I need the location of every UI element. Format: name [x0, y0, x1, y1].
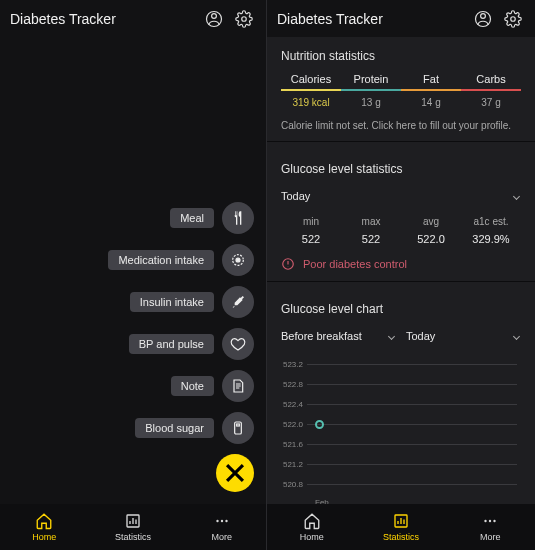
- glucose-chart: 523.2 522.8 522.4 522.0 521.6 521.2 520.…: [281, 354, 521, 504]
- y-tick: 523.2: [281, 360, 307, 369]
- tab-protein[interactable]: Protein 13 g: [341, 73, 401, 108]
- chart-icon: [392, 512, 410, 530]
- y-tick: 522.4: [281, 400, 307, 409]
- nav-label: Statistics: [383, 532, 419, 542]
- tab-carbs[interactable]: Carbs 37 g: [461, 73, 521, 108]
- statistics-body: Nutrition statistics Calories 319 kcal P…: [267, 37, 535, 504]
- fab-label: BP and pulse: [129, 334, 214, 354]
- stat-avg: avg 522.0: [401, 216, 461, 245]
- gridline: [307, 424, 517, 425]
- profile-icon[interactable]: [471, 7, 495, 31]
- dropper-icon: [222, 286, 254, 318]
- tab-calories[interactable]: Calories 319 kcal: [281, 73, 341, 108]
- header: Diabetes Tracker: [0, 0, 266, 37]
- fab-label: Medication intake: [108, 250, 214, 270]
- diabetes-warning: Poor diabetes control: [281, 257, 521, 271]
- fab-medication[interactable]: Medication intake: [108, 244, 254, 276]
- note-icon: [222, 370, 254, 402]
- fab-close-button[interactable]: [216, 454, 254, 492]
- nav-more[interactable]: More: [446, 504, 535, 550]
- nav-home[interactable]: Home: [267, 504, 356, 550]
- calorie-limit-notice[interactable]: Calorie limit not set. Click here to fil…: [281, 120, 521, 131]
- alert-icon: [281, 257, 295, 271]
- svg-point-16: [485, 520, 487, 522]
- tab-label: Calories: [281, 73, 341, 89]
- svg-point-10: [225, 520, 227, 522]
- dropdown-value: Today: [406, 330, 435, 342]
- chevron-down-icon: [513, 332, 520, 339]
- dropdown-value: Before breakfast: [281, 330, 362, 342]
- more-icon: [213, 512, 231, 530]
- quick-add-menu: Meal Medication intake Insulin intake BP…: [108, 202, 254, 492]
- y-tick: 520.8: [281, 480, 307, 489]
- close-icon: [216, 454, 254, 492]
- nav-label: More: [480, 532, 501, 542]
- home-body: Meal Medication intake Insulin intake BP…: [0, 37, 266, 504]
- fab-label: Blood sugar: [135, 418, 214, 438]
- stat-value: 522: [341, 233, 401, 245]
- fab-insulin[interactable]: Insulin intake: [130, 286, 254, 318]
- tab-label: Fat: [401, 73, 461, 89]
- svg-rect-6: [237, 424, 240, 426]
- fab-meal[interactable]: Meal: [170, 202, 254, 234]
- nav-statistics[interactable]: Statistics: [356, 504, 445, 550]
- y-tick: 522.0: [281, 420, 307, 429]
- svg-point-11: [481, 13, 486, 18]
- tab-fat[interactable]: Fat 14 g: [401, 73, 461, 108]
- nav-label: Statistics: [115, 532, 151, 542]
- gridline: [307, 384, 517, 385]
- data-point: [315, 420, 324, 429]
- bottom-nav: Home Statistics More: [267, 504, 535, 550]
- home-icon: [35, 512, 53, 530]
- nav-statistics[interactable]: Statistics: [89, 504, 178, 550]
- meal-filter-dropdown[interactable]: Before breakfast: [281, 326, 396, 346]
- profile-icon[interactable]: [202, 7, 226, 31]
- fab-note[interactable]: Note: [171, 370, 254, 402]
- tab-label: Carbs: [461, 73, 521, 89]
- period-filter-dropdown[interactable]: Today: [406, 326, 521, 346]
- period-dropdown[interactable]: Today: [281, 186, 521, 206]
- svg-point-13: [511, 16, 516, 21]
- stat-label: min: [281, 216, 341, 227]
- y-tick: 521.2: [281, 460, 307, 469]
- nav-more[interactable]: More: [177, 504, 266, 550]
- fab-bp-pulse[interactable]: BP and pulse: [129, 328, 254, 360]
- stat-min: min 522: [281, 216, 341, 245]
- y-tick: 522.8: [281, 380, 307, 389]
- dropdown-value: Today: [281, 190, 310, 202]
- stat-label: max: [341, 216, 401, 227]
- tab-value: 319 kcal: [281, 91, 341, 108]
- settings-icon[interactable]: [232, 7, 256, 31]
- header: Diabetes Tracker: [267, 0, 535, 37]
- glucose-stats-row: min 522 max 522 avg 522.0 a1c est. 329.9…: [281, 216, 521, 245]
- svg-point-4: [236, 258, 240, 262]
- fab-label: Note: [171, 376, 214, 396]
- glucose-chart-card: Glucose level chart Before breakfast Tod…: [267, 290, 535, 504]
- card-title: Glucose level chart: [281, 302, 521, 316]
- home-icon: [303, 512, 321, 530]
- nav-home[interactable]: Home: [0, 504, 89, 550]
- settings-icon[interactable]: [501, 7, 525, 31]
- more-icon: [481, 512, 499, 530]
- stat-max: max 522: [341, 216, 401, 245]
- card-title: Glucose level statistics: [281, 162, 521, 176]
- warning-text: Poor diabetes control: [303, 258, 407, 270]
- statistics-screen: Diabetes Tracker Nutrition statistics Ca…: [267, 0, 535, 550]
- chart-icon: [124, 512, 142, 530]
- fab-blood-sugar[interactable]: Blood sugar: [135, 412, 254, 444]
- svg-point-2: [242, 16, 247, 21]
- gridline: [307, 404, 517, 405]
- svg-point-0: [212, 13, 217, 18]
- svg-point-18: [494, 520, 496, 522]
- stat-value: 522.0: [401, 233, 461, 245]
- app-title: Diabetes Tracker: [10, 11, 196, 27]
- nutrition-tabs: Calories 319 kcal Protein 13 g Fat 14 g …: [281, 73, 521, 108]
- app-title: Diabetes Tracker: [277, 11, 465, 27]
- tab-value: 14 g: [401, 91, 461, 108]
- tab-label: Protein: [341, 73, 401, 89]
- fab-label: Meal: [170, 208, 214, 228]
- nav-label: Home: [32, 532, 56, 542]
- heart-icon: [222, 328, 254, 360]
- stat-value: 329.9%: [461, 233, 521, 245]
- stat-a1c: a1c est. 329.9%: [461, 216, 521, 245]
